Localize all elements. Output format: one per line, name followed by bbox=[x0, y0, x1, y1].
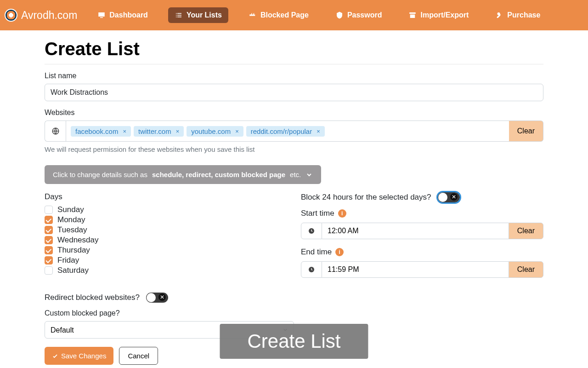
nav-importexport[interactable]: Import/Export bbox=[402, 7, 475, 23]
chevron-down-icon bbox=[305, 171, 313, 178]
day-row: Thursday bbox=[45, 246, 287, 255]
toggle-x-icon: ✕ bbox=[158, 293, 166, 301]
save-button-label: Save Changes bbox=[61, 352, 106, 360]
page-title: Create List bbox=[45, 39, 543, 59]
brand-text: Avrodh.com bbox=[21, 9, 77, 22]
clock-icon bbox=[301, 261, 322, 278]
end-time-group: Clear bbox=[301, 261, 543, 278]
barrier-icon bbox=[249, 11, 257, 19]
day-row: Sunday bbox=[45, 205, 287, 214]
tag-remove-icon[interactable]: × bbox=[123, 128, 126, 135]
website-tag-label: facebook.com bbox=[75, 127, 118, 135]
website-tag-label: reddit.com/r/popular bbox=[251, 127, 312, 135]
day-checkbox[interactable] bbox=[45, 266, 53, 275]
nav-yourlists[interactable]: Your Lists bbox=[168, 7, 228, 23]
redirect-toggle[interactable]: ✕ bbox=[146, 293, 168, 303]
toggle-knob bbox=[438, 193, 447, 202]
archive-icon bbox=[408, 11, 417, 19]
navbar: Avrodh.com Dashboard Your Lists Blocked … bbox=[0, 0, 588, 30]
website-tag[interactable]: facebook.com× bbox=[71, 126, 131, 137]
day-checkbox[interactable] bbox=[45, 256, 53, 264]
content: Create List List name Websites facebook.… bbox=[39, 39, 549, 365]
toggle-x-icon: ✕ bbox=[450, 193, 458, 201]
day-checkbox[interactable] bbox=[45, 226, 53, 234]
day-checkbox[interactable] bbox=[45, 206, 53, 214]
day-row: Friday bbox=[45, 256, 287, 265]
listname-input[interactable] bbox=[45, 84, 543, 101]
day-label: Saturday bbox=[57, 266, 89, 275]
nav-password-label: Password bbox=[347, 11, 382, 19]
end-time-input[interactable] bbox=[322, 261, 509, 278]
day-label: Friday bbox=[57, 256, 79, 265]
tag-remove-icon[interactable]: × bbox=[176, 128, 180, 135]
redirect-label: Redirect blocked websites? bbox=[45, 293, 140, 302]
block24-row: Block 24 hours for the selected days? ✕ bbox=[301, 192, 543, 202]
block24-toggle[interactable]: ✕ bbox=[438, 192, 460, 202]
end-label: End time bbox=[301, 247, 332, 257]
start-time-input[interactable] bbox=[322, 223, 509, 239]
brand[interactable]: Avrodh.com bbox=[5, 9, 77, 22]
websites-label: Websites bbox=[45, 109, 543, 117]
globe-icon bbox=[45, 121, 66, 142]
expand-post: etc. bbox=[290, 171, 301, 178]
nav: Dashboard Your Lists Blocked Page Passwo… bbox=[91, 7, 547, 23]
expand-details-bar[interactable]: Click to change details such as schedule… bbox=[45, 165, 321, 184]
check-icon bbox=[52, 353, 58, 359]
day-label: Thursday bbox=[57, 246, 90, 255]
websites-tags[interactable]: facebook.com×twitter.com×youtube.com×red… bbox=[66, 121, 509, 142]
nav-blockedpage[interactable]: Blocked Page bbox=[242, 7, 315, 23]
expand-pre: Click to change details such as bbox=[53, 171, 147, 178]
key-icon bbox=[495, 11, 503, 19]
day-label: Sunday bbox=[57, 205, 84, 214]
listname-label: List name bbox=[45, 72, 543, 80]
day-checkbox[interactable] bbox=[45, 216, 53, 224]
day-row: Saturday bbox=[45, 266, 287, 275]
website-tag[interactable]: reddit.com/r/popular× bbox=[246, 126, 325, 137]
websites-hint: We will request permission for these web… bbox=[45, 145, 543, 153]
end-clear-button[interactable]: Clear bbox=[509, 261, 543, 278]
nav-password[interactable]: Password bbox=[329, 7, 389, 23]
website-tag[interactable]: twitter.com× bbox=[134, 126, 184, 137]
tag-remove-icon[interactable]: × bbox=[317, 128, 320, 135]
nav-purchase[interactable]: Purchase bbox=[489, 7, 547, 23]
toast: Create List bbox=[220, 324, 368, 359]
info-icon[interactable]: i bbox=[338, 209, 346, 218]
days-col: Days SundayMondayTuesdayWednesdayThursda… bbox=[45, 192, 287, 286]
nav-dashboard[interactable]: Dashboard bbox=[91, 7, 154, 23]
start-time-group: Clear bbox=[301, 223, 543, 239]
start-label-row: Start time i bbox=[301, 209, 543, 218]
nav-blockedpage-label: Blocked Page bbox=[260, 11, 309, 19]
nav-dashboard-label: Dashboard bbox=[109, 11, 148, 19]
day-label: Tuesday bbox=[57, 225, 87, 235]
start-clear-button[interactable]: Clear bbox=[509, 223, 543, 239]
save-button[interactable]: Save Changes bbox=[45, 347, 113, 365]
clock-icon bbox=[301, 223, 322, 239]
block24-label: Block 24 hours for the selected days? bbox=[301, 193, 431, 202]
info-icon[interactable]: i bbox=[335, 248, 344, 256]
tag-remove-icon[interactable]: × bbox=[235, 128, 239, 135]
redirect-row: Redirect blocked websites? ✕ bbox=[45, 293, 543, 303]
monitor-icon bbox=[97, 11, 106, 19]
day-row: Tuesday bbox=[45, 225, 287, 235]
details-row: Days SundayMondayTuesdayWednesdayThursda… bbox=[45, 192, 543, 286]
cancel-button[interactable]: Cancel bbox=[119, 347, 158, 365]
start-label: Start time bbox=[301, 209, 334, 218]
nav-importexport-label: Import/Export bbox=[420, 11, 469, 19]
days-list: SundayMondayTuesdayWednesdayThursdayFrid… bbox=[45, 205, 287, 275]
expand-bold: schedule, redirect, custom blocked page bbox=[152, 171, 285, 178]
list-icon bbox=[175, 11, 183, 19]
nav-purchase-label: Purchase bbox=[507, 11, 540, 19]
nav-yourlists-label: Your Lists bbox=[187, 11, 222, 19]
websites-group: Websites facebook.com×twitter.com×youtub… bbox=[45, 109, 543, 153]
toggle-knob bbox=[147, 293, 156, 302]
day-checkbox[interactable] bbox=[45, 236, 53, 244]
websites-input-group: facebook.com×twitter.com×youtube.com×red… bbox=[45, 121, 543, 142]
shield-icon bbox=[335, 11, 344, 19]
end-label-row: End time i bbox=[301, 247, 543, 257]
custom-label: Custom blocked page? bbox=[45, 309, 543, 317]
website-tag[interactable]: youtube.com× bbox=[187, 126, 243, 137]
websites-clear-button[interactable]: Clear bbox=[509, 121, 543, 142]
day-row: Monday bbox=[45, 215, 287, 224]
day-row: Wednesday bbox=[45, 236, 287, 245]
day-checkbox[interactable] bbox=[45, 246, 53, 254]
